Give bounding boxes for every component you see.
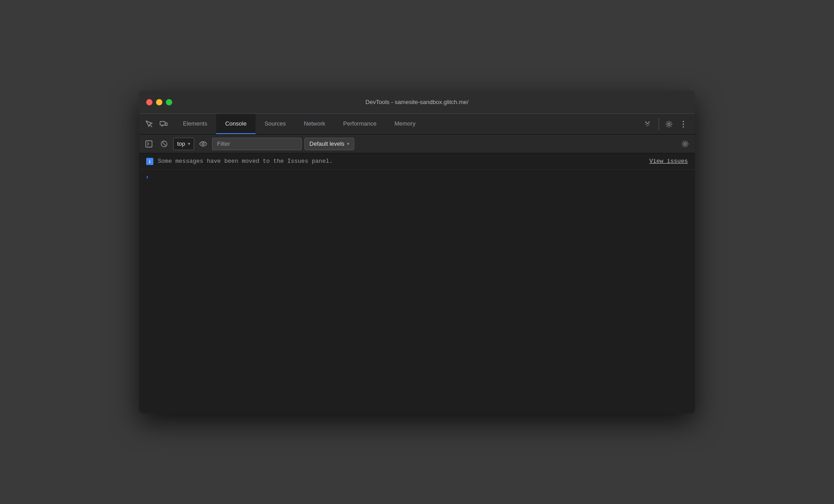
context-selector[interactable]: top ▾ — [173, 138, 194, 150]
tab-memory[interactable]: Memory — [386, 114, 425, 134]
filter-input[interactable] — [212, 138, 302, 150]
message-text: Some messages have been moved to the Iss… — [158, 158, 645, 165]
title-bar: DevTools - samesite-sandbox.glitch.me/ — [139, 91, 695, 114]
minimize-button[interactable] — [156, 99, 162, 105]
tab-sources[interactable]: Sources — [256, 114, 295, 134]
inspect-icon[interactable] — [143, 117, 156, 131]
execute-script-icon[interactable] — [143, 138, 155, 150]
more-tabs-button[interactable] — [640, 117, 655, 131]
context-dropdown-arrow: ▾ — [188, 141, 190, 146]
svg-point-12 — [684, 143, 686, 145]
clear-console-icon[interactable] — [158, 138, 170, 150]
tab-elements[interactable]: Elements — [174, 114, 216, 134]
log-levels-label: Default levels — [309, 140, 344, 147]
toolbar-right — [634, 114, 695, 134]
traffic-lights — [146, 99, 172, 105]
svg-point-7 — [683, 126, 684, 127]
console-info-message: i Some messages have been moved to the I… — [139, 153, 695, 169]
levels-dropdown-arrow: ▾ — [347, 141, 349, 146]
close-button[interactable] — [146, 99, 152, 105]
log-levels-selector[interactable]: Default levels ▾ — [304, 138, 354, 150]
svg-rect-2 — [165, 123, 167, 126]
console-output: i Some messages have been moved to the I… — [139, 153, 695, 413]
tab-console[interactable]: Console — [216, 114, 256, 134]
svg-point-6 — [683, 123, 684, 125]
tab-performance[interactable]: Performance — [334, 114, 385, 134]
view-issues-link[interactable]: View issues — [649, 158, 688, 165]
toolbar-divider — [659, 118, 659, 130]
console-settings-icon[interactable] — [679, 138, 691, 150]
device-toggle-icon[interactable] — [157, 117, 170, 131]
info-message-icon: i — [146, 158, 153, 165]
tab-network[interactable]: Network — [295, 114, 334, 134]
console-input-row[interactable]: › — [139, 169, 695, 184]
svg-line-0 — [150, 125, 152, 127]
toolbar-left — [139, 114, 174, 134]
svg-point-5 — [683, 121, 684, 122]
svg-rect-1 — [160, 122, 165, 125]
tab-bar: Elements Console Sources Network Perform… — [139, 114, 695, 135]
svg-line-10 — [162, 142, 166, 146]
svg-point-11 — [202, 143, 204, 145]
info-icon: i — [146, 158, 153, 165]
console-toolbar: top ▾ Default levels ▾ — [139, 135, 695, 153]
maximize-button[interactable] — [166, 99, 172, 105]
settings-gear-icon[interactable] — [663, 118, 675, 130]
window-title: DevTools - samesite-sandbox.glitch.me/ — [365, 99, 469, 105]
chevron-right-icon: › — [146, 173, 148, 180]
devtools-window: DevTools - samesite-sandbox.glitch.me/ E — [139, 91, 695, 413]
context-value: top — [177, 140, 185, 147]
eye-icon[interactable] — [197, 138, 209, 150]
tab-list: Elements Console Sources Network Perform… — [174, 114, 425, 134]
kebab-menu-icon[interactable] — [677, 118, 690, 130]
svg-point-4 — [668, 123, 670, 125]
